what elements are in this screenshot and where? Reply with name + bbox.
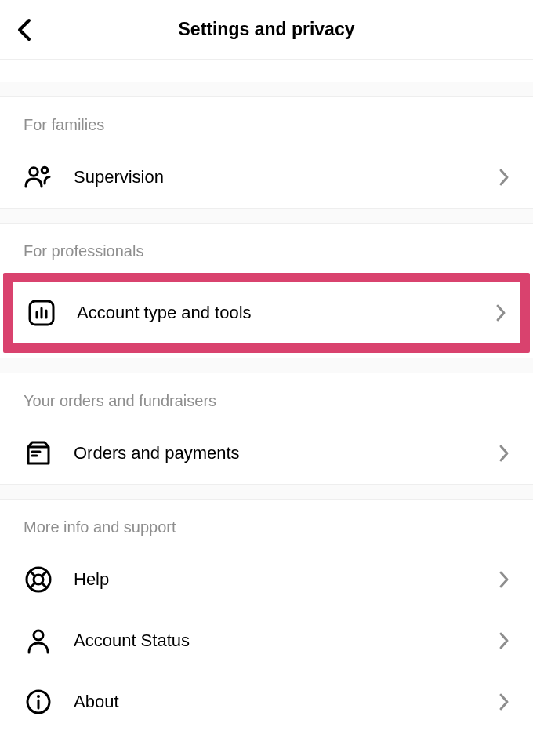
section-header-orders: Your orders and fundraisers bbox=[0, 373, 533, 423]
person-icon bbox=[24, 626, 53, 656]
settings-item-about[interactable]: About bbox=[0, 671, 533, 732]
svg-point-0 bbox=[30, 168, 38, 176]
page-title: Settings and privacy bbox=[16, 19, 517, 40]
chevron-right-icon bbox=[499, 631, 509, 650]
info-icon bbox=[24, 687, 53, 717]
svg-point-1 bbox=[42, 167, 48, 173]
chevron-right-icon bbox=[499, 570, 509, 589]
settings-item-orders-payments[interactable]: Orders and payments bbox=[0, 423, 533, 484]
chart-icon bbox=[27, 298, 56, 328]
chevron-left-icon bbox=[16, 18, 33, 42]
box-icon bbox=[24, 438, 53, 468]
svg-point-17 bbox=[37, 695, 40, 698]
chevron-right-icon bbox=[499, 692, 509, 711]
settings-item-label: Help bbox=[74, 569, 478, 590]
section-divider bbox=[0, 208, 533, 224]
section-divider bbox=[0, 82, 533, 97]
settings-item-account-status[interactable]: Account Status bbox=[0, 610, 533, 671]
section-divider bbox=[0, 358, 533, 373]
settings-item-label: Supervision bbox=[74, 167, 478, 187]
svg-line-14 bbox=[42, 583, 46, 587]
chevron-right-icon bbox=[495, 303, 506, 322]
settings-item-label: Account type and tools bbox=[77, 303, 475, 323]
section-header-support: More info and support bbox=[0, 500, 533, 549]
settings-item-supervision[interactable]: Supervision bbox=[0, 147, 533, 208]
settings-item-label: Orders and payments bbox=[74, 443, 478, 463]
settings-item-label: About bbox=[74, 692, 478, 712]
settings-item-label: Account Status bbox=[74, 631, 478, 651]
header-bar: Settings and privacy bbox=[0, 0, 533, 60]
section-divider bbox=[0, 484, 533, 500]
svg-line-12 bbox=[42, 571, 46, 576]
settings-item-help[interactable]: Help bbox=[0, 549, 533, 610]
section-header-professionals: For professionals bbox=[0, 224, 533, 273]
people-icon bbox=[24, 162, 53, 192]
settings-item-account-type-tools[interactable]: Account type and tools bbox=[13, 282, 520, 343]
highlighted-item: Account type and tools bbox=[3, 273, 530, 353]
section-header-families: For families bbox=[0, 97, 533, 147]
chevron-right-icon bbox=[499, 444, 509, 463]
chevron-right-icon bbox=[499, 168, 509, 187]
svg-line-11 bbox=[30, 571, 34, 576]
lifebuoy-icon bbox=[24, 565, 53, 594]
back-button[interactable] bbox=[16, 18, 33, 42]
svg-point-15 bbox=[34, 631, 43, 640]
svg-line-13 bbox=[30, 583, 34, 587]
partial-previous-section bbox=[0, 60, 533, 82]
